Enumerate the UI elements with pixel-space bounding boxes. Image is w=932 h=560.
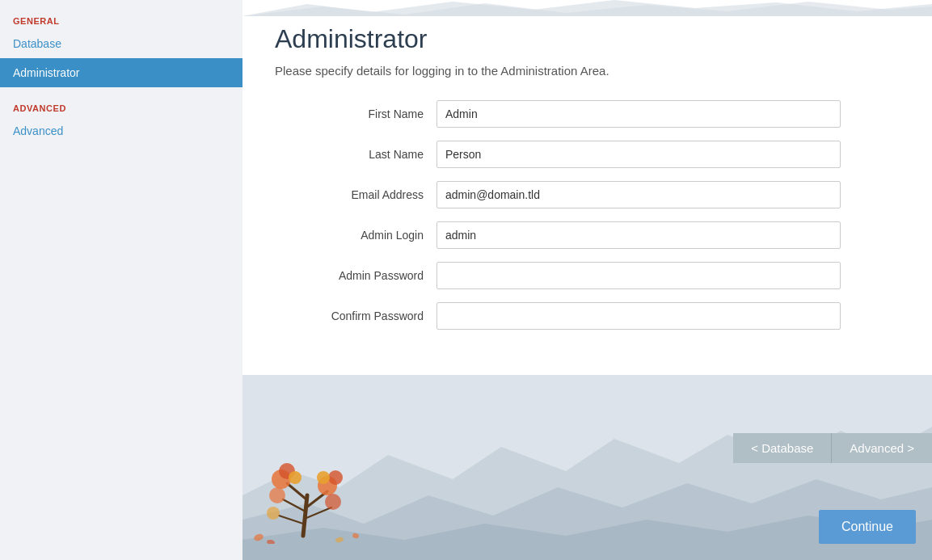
svg-point-17 — [335, 537, 344, 543]
svg-point-8 — [289, 471, 302, 484]
tree-decoration — [242, 447, 372, 544]
email-label: Email Address — [275, 188, 436, 201]
svg-line-3 — [283, 499, 306, 512]
svg-point-13 — [325, 494, 341, 510]
svg-point-14 — [267, 507, 280, 520]
back-button[interactable]: < Database — [733, 433, 832, 463]
form-subtitle: Please specify details for logging in to… — [275, 64, 900, 78]
admin-password-input[interactable] — [436, 262, 841, 289]
svg-line-4 — [306, 507, 331, 518]
admin-login-input[interactable] — [436, 221, 841, 249]
svg-point-16 — [267, 539, 276, 544]
svg-point-18 — [352, 533, 360, 539]
sidebar-item-administrator[interactable]: Administrator — [0, 58, 242, 87]
first-name-label: First Name — [275, 107, 436, 120]
last-name-input[interactable] — [436, 141, 841, 168]
email-input[interactable] — [436, 181, 841, 208]
svg-line-5 — [279, 516, 303, 524]
first-name-row: First Name — [275, 100, 900, 128]
admin-password-row: Admin Password — [275, 262, 900, 289]
confirm-password-label: Confirm Password — [275, 309, 436, 322]
sidebar: GENERAL Database Administrator ADVANCED … — [0, 0, 242, 560]
top-decoration — [242, 0, 932, 19]
email-row: Email Address — [275, 181, 900, 208]
confirm-password-input[interactable] — [436, 302, 841, 330]
form-panel: Administrator Please specify details for… — [242, 0, 932, 375]
first-name-input[interactable] — [436, 100, 841, 128]
sidebar-item-advanced[interactable]: Advanced — [0, 116, 242, 145]
svg-point-10 — [328, 470, 343, 485]
admin-password-label: Admin Password — [275, 269, 436, 282]
svg-line-1 — [287, 483, 306, 499]
sidebar-general-section: GENERAL — [0, 6, 242, 29]
page-title: Administrator — [275, 24, 900, 54]
confirm-password-row: Confirm Password — [275, 302, 900, 330]
admin-login-row: Admin Login — [275, 221, 900, 249]
bottom-area: < Database Advanced > — [242, 375, 932, 560]
nav-buttons: < Database Advanced > — [733, 433, 932, 463]
svg-point-15 — [253, 533, 264, 542]
last-name-label: Last Name — [275, 148, 436, 161]
svg-point-11 — [317, 471, 330, 484]
admin-login-label: Admin Login — [275, 229, 436, 242]
forward-button[interactable]: Advanced > — [832, 433, 932, 463]
last-name-row: Last Name — [275, 141, 900, 168]
main-content: Administrator Please specify details for… — [242, 0, 932, 560]
sidebar-item-database[interactable]: Database — [0, 29, 242, 58]
sidebar-advanced-section: ADVANCED — [0, 94, 242, 116]
svg-line-0 — [303, 495, 307, 536]
continue-button[interactable]: Continue — [819, 510, 916, 544]
svg-point-12 — [269, 487, 285, 503]
